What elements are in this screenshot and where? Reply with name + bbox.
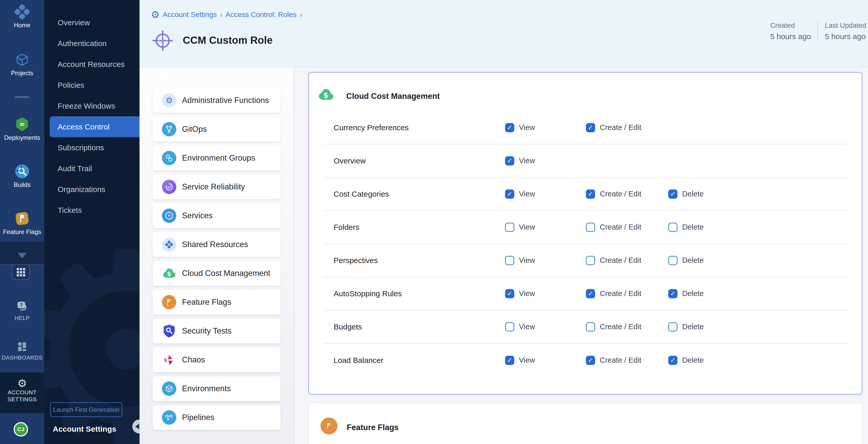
rail-module-label: Home <box>0 22 44 29</box>
resource-card-environments[interactable]: Environments <box>153 376 281 401</box>
resource-card-ccm[interactable]: $Cloud Cost Management <box>153 261 281 286</box>
sr-icon <box>162 180 176 194</box>
rail-module-deployments[interactable]: ∞Deployments <box>0 116 44 141</box>
create-checkbox[interactable]: ✓ <box>586 123 595 132</box>
checkbox-label: Delete <box>682 256 704 264</box>
resource-card-services[interactable]: Services <box>153 203 281 228</box>
sidebar-item-freeze-windows[interactable]: Freeze Windows <box>44 95 140 116</box>
breadcrumb-access-control-roles[interactable]: Access Control: Roles <box>225 10 296 19</box>
delete-permission: ✓Delete <box>668 344 704 377</box>
resource-card-sr[interactable]: Service Reliability <box>153 175 281 199</box>
permission-row-label: Budgets <box>334 310 362 343</box>
permission-row-label: Folders <box>334 211 359 244</box>
create-checkbox[interactable] <box>586 223 595 232</box>
rail-module-projects[interactable]: Projects <box>0 52 44 77</box>
dashboards-button[interactable]: DASHBOARDS <box>0 341 44 361</box>
svg-text:?: ? <box>20 302 23 308</box>
settings-gear-icon: ⚙ <box>151 10 160 20</box>
sidebar-item-subscriptions[interactable]: Subscriptions <box>44 137 140 158</box>
sidenav-footer-title: Account Settings <box>53 425 116 434</box>
resource-card-shared[interactable]: Shared Resources <box>153 232 281 257</box>
view-checkbox[interactable]: ✓ <box>505 189 514 199</box>
view-checkbox[interactable] <box>505 223 514 232</box>
permission-row-folders: FoldersViewCreate / EditDelete <box>324 211 848 244</box>
settings-sidenav: ⚙ OverviewAuthenticationAccount Resource… <box>44 0 140 444</box>
sidebar-item-policies[interactable]: Policies <box>44 75 140 95</box>
resource-card-ff[interactable]: Feature Flags <box>153 290 281 315</box>
grid-icon <box>17 268 25 277</box>
view-checkbox[interactable] <box>505 322 514 331</box>
panel-section-title: Cloud Cost Management <box>346 92 440 101</box>
rail-module-feature-flags[interactable]: Feature Flags <box>0 210 44 235</box>
view-checkbox[interactable]: ✓ <box>505 123 514 132</box>
delete-checkbox[interactable]: ✓ <box>668 356 678 365</box>
permission-row-currency-preferences: Currency Preferences✓View✓Create / Edit <box>324 111 848 145</box>
user-avatar[interactable]: CJ <box>13 422 28 437</box>
feature-flags-icon <box>320 417 338 435</box>
role-meta: Created 5 hours ago Last Updated 5 hours… <box>770 22 866 41</box>
resource-card-envgroups[interactable]: Environment Groups <box>153 146 281 170</box>
delete-checkbox[interactable]: ✓ <box>668 189 678 199</box>
sidebar-item-access-control[interactable]: Access Control <box>50 116 140 137</box>
sidebar-item-organizations[interactable]: Organizations <box>44 179 140 200</box>
ff-icon <box>162 295 176 309</box>
sidebar-item-overview[interactable]: Overview <box>44 12 140 33</box>
module-picker-button[interactable] <box>12 264 30 280</box>
launch-first-generation-button[interactable]: Launch First Generation <box>50 402 122 417</box>
view-checkbox[interactable]: ✓ <box>505 289 514 298</box>
resource-card-sto[interactable]: Security Tests <box>153 319 281 343</box>
gitops-icon <box>162 122 176 136</box>
permission-row-budgets: BudgetsViewCreate / EditDelete <box>324 310 848 344</box>
rail-module-home[interactable]: Home <box>0 4 44 29</box>
permission-row-label: Perspectives <box>334 244 378 277</box>
shared-icon <box>162 237 176 252</box>
delete-checkbox[interactable] <box>668 256 678 265</box>
sto-icon <box>162 324 176 338</box>
checkbox-label: Delete <box>682 322 704 331</box>
chaos-icon <box>162 353 176 367</box>
checkbox-label: View <box>519 256 535 264</box>
resource-list: ⚙Administrative Functions GitOps Environ… <box>140 68 294 444</box>
permission-row-autostopping-rules: AutoStopping Rules✓View✓Create / Edit✓De… <box>324 277 848 310</box>
resource-card-chaos[interactable]: Chaos <box>153 347 281 372</box>
chevron-down-icon[interactable] <box>18 253 27 258</box>
checkbox-label: View <box>519 322 535 331</box>
svg-text:$: $ <box>323 91 328 100</box>
delete-permission: Delete <box>668 244 704 277</box>
create-checkbox[interactable]: ✓ <box>586 356 595 365</box>
create-checkbox[interactable]: ✓ <box>586 189 595 199</box>
resource-card-pipelines[interactable]: Pipelines <box>153 405 281 430</box>
sidebar-item-account-resources[interactable]: Account Resources <box>44 54 140 75</box>
cloud-cost-management-icon: $ <box>317 87 334 103</box>
checkbox-label: Create / Edit <box>600 289 641 298</box>
rail-module-builds[interactable]: Builds <box>0 163 44 188</box>
create-checkbox[interactable]: ✓ <box>586 289 595 298</box>
gear-icon: ⚙ <box>0 378 44 389</box>
create-permission: Create / Edit <box>586 310 641 343</box>
account-settings-button[interactable]: ⚙ ACCOUNT SETTINGS <box>0 373 44 413</box>
delete-checkbox[interactable]: ✓ <box>668 289 678 298</box>
view-checkbox[interactable] <box>505 256 514 265</box>
resource-card-admin[interactable]: ⚙Administrative Functions <box>153 88 281 113</box>
main-content: ⚙ Account Settings › Access Control: Rol… <box>140 0 868 444</box>
sidebar-item-tickets[interactable]: Tickets <box>44 200 140 221</box>
breadcrumb-account-settings[interactable]: Account Settings <box>163 10 217 19</box>
projects-icon <box>0 52 44 68</box>
create-checkbox[interactable] <box>586 322 595 331</box>
builds-icon <box>0 163 44 180</box>
create-permission: ✓Create / Edit <box>586 277 641 310</box>
create-checkbox[interactable] <box>586 256 595 265</box>
permission-row-label: Overview <box>334 145 366 177</box>
view-checkbox[interactable]: ✓ <box>505 156 514 165</box>
sidebar-item-audit-trail[interactable]: Audit Trail <box>44 158 140 179</box>
sidebar-item-authentication[interactable]: Authentication <box>44 33 140 54</box>
view-checkbox[interactable]: ✓ <box>505 356 514 365</box>
resource-card-label: Cloud Cost Management <box>182 269 270 278</box>
checkbox-label: Delete <box>682 356 704 364</box>
delete-checkbox[interactable] <box>668 223 678 232</box>
resource-card-label: Services <box>182 211 213 220</box>
resource-card-gitops[interactable]: GitOps <box>153 117 281 141</box>
delete-checkbox[interactable] <box>668 322 678 331</box>
help-button[interactable]: ? HELP <box>0 300 44 321</box>
resource-card-label: Chaos <box>182 355 205 364</box>
